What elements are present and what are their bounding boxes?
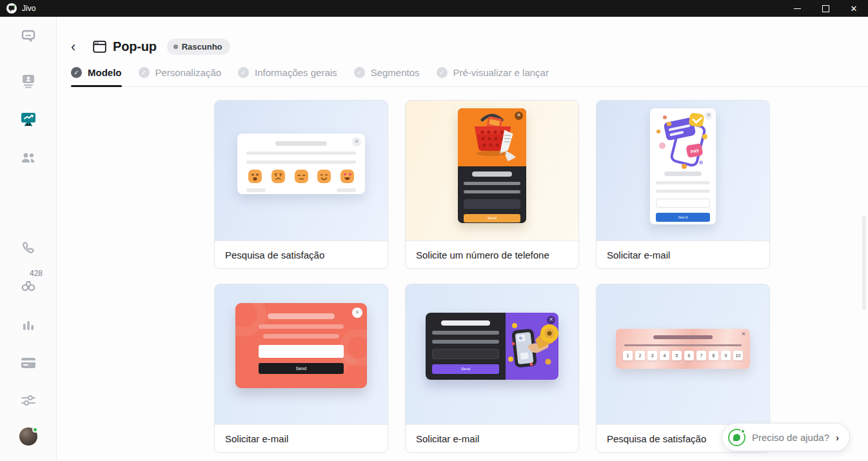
sidebar-item-contacts[interactable] — [19, 72, 38, 91]
template-preview: Send — [406, 284, 578, 424]
sidebar-item-chats[interactable] — [19, 28, 38, 47]
sliders-icon — [21, 394, 36, 407]
mock-input — [656, 199, 710, 208]
template-preview: ✕ — [215, 101, 388, 240]
check-icon: ✓ — [238, 67, 249, 78]
check-icon: ✓ — [71, 67, 82, 78]
mock-send-button: Send — [259, 363, 344, 374]
tab-modelo[interactable]: ✓ Modelo — [71, 67, 122, 86]
template-preview: ✕ 1 2 3 4 5 6 7 8 9 1 — [597, 284, 769, 424]
sidebar-item-profile[interactable] — [19, 427, 38, 446]
sidebar-item-statistics[interactable] — [19, 316, 38, 335]
close-icon: ✕ — [740, 331, 747, 338]
status-badge: Rascunho — [167, 39, 230, 55]
integrations-counter: 428 — [30, 269, 43, 278]
mock-input — [259, 345, 344, 358]
online-status-dot — [32, 427, 38, 433]
window-titlebar: Jivo ✕ — [0, 0, 868, 17]
close-icon: ✕ — [515, 112, 523, 120]
mock-input — [464, 199, 520, 209]
credit-card-icon — [20, 357, 37, 369]
template-preview: ✕ Send — [215, 284, 388, 424]
close-icon: ✕ — [352, 308, 362, 318]
template-card-email-blue[interactable]: ✕ PAY — [596, 100, 770, 269]
sidebar-item-billing[interactable] — [19, 353, 38, 373]
template-card-email-purple[interactable]: Send — [405, 284, 579, 453]
template-label: Solicitar e-mail — [215, 424, 388, 452]
template-card-phone-number[interactable]: ✕ Send Solicite um número de telefone — [405, 100, 579, 269]
sidebar-item-marketing[interactable] — [19, 110, 38, 129]
angry-emoji-icon — [248, 169, 262, 184]
check-icon: ✓ — [437, 67, 448, 78]
tab-segmentos[interactable]: ✓ Segmentos — [354, 67, 420, 86]
sidebar-item-settings[interactable] — [19, 391, 38, 410]
binoculars-icon — [21, 279, 36, 292]
rating-scale: 1 2 3 4 5 6 7 8 9 10 — [616, 351, 750, 360]
bar-chart-icon — [21, 319, 35, 333]
page-title: Pop-up — [113, 39, 157, 54]
mock-input — [432, 349, 499, 359]
popup-window-icon — [93, 41, 106, 53]
mock-send-button: Send — [432, 364, 499, 374]
close-icon: ✕ — [352, 137, 361, 146]
sidebar-item-integrations[interactable]: 428 — [19, 276, 38, 295]
status-dot — [173, 44, 178, 49]
tab-personalizacao[interactable]: ✓ Personalização — [139, 67, 222, 86]
template-card-email-coral[interactable]: ✕ Send Solicitar e-mail — [214, 284, 388, 453]
frown-emoji-icon — [271, 169, 286, 184]
neutral-emoji-icon — [294, 169, 309, 184]
template-label: Solicitar e-mail — [597, 240, 769, 268]
smile-emoji-icon — [317, 169, 331, 184]
maximize-button[interactable] — [811, 0, 840, 17]
close-window-button[interactable]: ✕ — [840, 0, 868, 17]
minimize-button[interactable] — [783, 0, 811, 17]
tab-pre-visualizar[interactable]: ✓ Pré-visualizar e lançar — [437, 67, 549, 86]
scrollbar-thumb[interactable] — [862, 216, 866, 310]
template-grid: ✕ Pesquisa de satis — [214, 100, 770, 453]
team-icon — [19, 151, 37, 165]
phone-icon — [21, 240, 36, 256]
check-icon: ✓ — [139, 67, 150, 78]
sidebar-item-team[interactable] — [19, 148, 38, 168]
jivo-logo-icon — [6, 3, 17, 14]
app-sidebar: 428 — [0, 17, 57, 461]
close-icon: ✕ — [547, 316, 555, 324]
marketing-board-icon — [19, 110, 37, 128]
tab-informacoes-gerais[interactable]: ✓ Informações gerais — [238, 67, 337, 86]
heart-eyes-emoji-icon — [340, 169, 355, 184]
contact-card-icon — [20, 73, 37, 90]
chat-bubbles-icon — [20, 30, 37, 45]
payment-illustration: PAY — [656, 112, 710, 169]
wizard-tabs: ✓ Modelo ✓ Personalização ✓ Informações … — [71, 67, 868, 87]
chevron-right-icon: › — [836, 432, 839, 443]
template-label: Solicitar e-mail — [406, 424, 578, 452]
sidebar-item-telephony[interactable] — [19, 239, 38, 258]
app-title: Jivo — [22, 4, 35, 13]
mock-send-button: Send — [464, 214, 520, 222]
mock-get-button: Get It — [656, 213, 710, 222]
help-button[interactable]: Preciso de ajuda? › — [722, 423, 850, 451]
template-label: Solicite um número de telefone — [406, 240, 578, 268]
template-label: Pesquisa de satisfação — [215, 240, 388, 268]
check-icon: ✓ — [354, 67, 365, 78]
template-preview: ✕ PAY — [597, 101, 769, 240]
main-content: ‹ Pop-up Rascunho ✓ Modelo ✓ Personaliza… — [57, 17, 868, 461]
back-button[interactable]: ‹ — [71, 41, 84, 54]
jivo-help-icon — [728, 429, 745, 446]
template-preview: ✕ Send — [406, 101, 578, 240]
template-card-satisfaction-emoji[interactable]: ✕ Pesquisa de satis — [214, 100, 388, 269]
